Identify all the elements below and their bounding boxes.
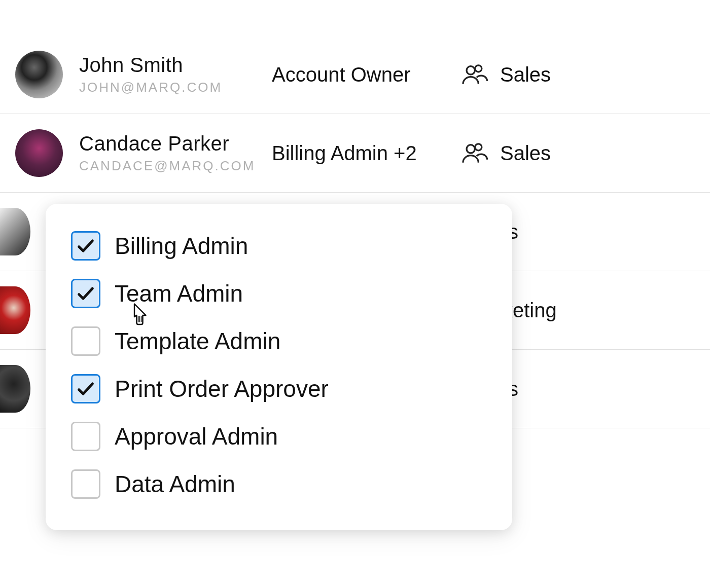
- user-team: Sales: [459, 60, 551, 89]
- checkbox[interactable]: [71, 279, 100, 308]
- avatar: [0, 208, 30, 255]
- option-label: Data Admin: [115, 470, 235, 498]
- user-email: JOHN@MARQ.COM: [79, 80, 272, 95]
- svg-point-0: [467, 66, 475, 75]
- checkbox[interactable]: [71, 231, 100, 261]
- checkbox[interactable]: [71, 469, 100, 499]
- dropdown-option[interactable]: Print Order Approver: [71, 365, 487, 413]
- dropdown-option[interactable]: Team Admin: [71, 270, 487, 317]
- checkbox[interactable]: [71, 326, 100, 356]
- team-label: Sales: [500, 63, 551, 86]
- dropdown-option[interactable]: Template Admin: [71, 317, 487, 365]
- avatar: [15, 129, 63, 177]
- option-label: Billing Admin: [115, 232, 248, 260]
- user-team: Sales: [459, 139, 551, 167]
- table-row[interactable]: Candace Parker CANDACE@MARQ.COM Billing …: [0, 114, 710, 193]
- avatar: [0, 365, 30, 413]
- svg-point-3: [475, 144, 482, 151]
- option-label: Template Admin: [115, 327, 280, 355]
- user-role[interactable]: Billing Admin +2: [272, 142, 459, 165]
- svg-point-2: [467, 145, 475, 153]
- user-email: CANDACE@MARQ.COM: [79, 158, 272, 174]
- avatar: [0, 286, 30, 334]
- dropdown-option[interactable]: Data Admin: [71, 460, 487, 508]
- checkbox[interactable]: [71, 374, 100, 403]
- user-name: John Smith: [79, 54, 272, 77]
- team-icon: [459, 139, 488, 167]
- dropdown-option[interactable]: Billing Admin: [71, 222, 487, 270]
- avatar: [15, 51, 63, 98]
- option-label: Print Order Approver: [115, 375, 329, 402]
- role-dropdown[interactable]: Billing Admin Team Admin Template Admin …: [46, 204, 512, 530]
- team-label: Sales: [500, 142, 551, 165]
- table-row[interactable]: John Smith JOHN@MARQ.COM Account Owner S…: [0, 35, 710, 114]
- user-name: Candace Parker: [79, 132, 272, 155]
- svg-point-1: [475, 65, 482, 72]
- option-label: Team Admin: [115, 280, 243, 307]
- option-label: Approval Admin: [115, 423, 278, 450]
- dropdown-option[interactable]: Approval Admin: [71, 413, 487, 460]
- user-info: John Smith JOHN@MARQ.COM: [79, 54, 272, 95]
- team-icon: [459, 60, 488, 89]
- checkbox[interactable]: [71, 422, 100, 451]
- user-info: Candace Parker CANDACE@MARQ.COM: [79, 132, 272, 174]
- user-role[interactable]: Account Owner: [272, 63, 459, 86]
